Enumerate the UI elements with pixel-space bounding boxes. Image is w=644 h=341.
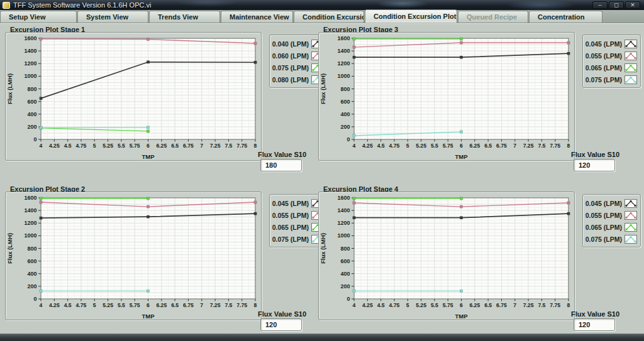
svg-text:5: 5 [406,302,409,308]
svg-text:200: 200 [27,124,36,130]
line-style-icon[interactable] [625,63,637,72]
flux-value-label: Flux Value S10 [258,310,306,318]
legend-item[interactable]: 0.065 (LPM) [586,221,637,233]
tab-maintenance-view[interactable]: Maintenance View [221,11,293,23]
svg-text:4.25: 4.25 [49,143,60,149]
svg-text:5.5: 5.5 [118,302,125,308]
svg-text:800: 800 [340,246,350,252]
svg-text:6.5: 6.5 [484,302,492,308]
data-marker [353,46,355,48]
y-axis-label: Flux (LMH) [6,233,13,264]
line-style-icon[interactable] [625,211,637,220]
data-marker [460,197,462,200]
data-marker [40,126,42,129]
legend-item[interactable]: 0.045 (LPM) [586,38,637,50]
tab-queued-recipe[interactable]: Queued Recipe [458,11,528,23]
line-style-icon[interactable] [625,75,637,84]
plot-frame: 44.254.54.7555.255.55.7566.256.56.7577.2… [5,32,262,161]
legend-label: 0.055 (LPM) [272,212,309,219]
plot-frame: 44.254.54.7555.255.55.7566.256.56.7577.2… [318,192,575,320]
legend-item[interactable]: 0.065 (LPM) [586,62,637,73]
line-style-icon[interactable] [625,235,637,244]
svg-text:1200: 1200 [24,220,36,226]
line-style-icon[interactable] [625,51,637,60]
excursion-panel-stage-3: Excursion Plot Stage 3 44.254.54.7555.25… [314,24,643,178]
legend-label: 0.080 (LPM) [272,76,309,84]
data-marker [460,290,462,292]
svg-text:400: 400 [27,111,36,117]
svg-text:5: 5 [406,143,409,149]
data-marker [567,212,570,215]
svg-text:0: 0 [33,136,36,143]
close-button[interactable]: ✕ [625,1,640,9]
flux-value-field[interactable]: 120 [260,318,302,331]
legend-item[interactable]: 0.055 (LPM) [586,50,637,62]
legend-label: 0.040 (LPM) [272,40,309,48]
restore-button[interactable]: ◻ [609,1,624,9]
svg-text:5.25: 5.25 [416,302,426,308]
tab-system-view[interactable]: System View [77,11,148,23]
svg-text:0: 0 [347,296,350,302]
svg-text:5.75: 5.75 [443,302,453,308]
svg-text:7: 7 [200,302,203,308]
svg-text:1000: 1000 [337,73,350,79]
data-marker [254,42,257,45]
legend-label: 0.075 (LPM) [272,235,309,243]
x-axis-label: TMP [455,153,468,160]
svg-text:6.75: 6.75 [183,302,194,308]
tab-concentration[interactable]: Concentration [529,11,602,23]
legend-item[interactable]: 0.055 (LPM) [586,209,637,221]
x-axis-label: TMP [142,153,155,160]
svg-text:5.75: 5.75 [130,143,140,149]
line-style-icon[interactable] [625,199,637,208]
legend-label: 0.065 (LPM) [586,224,622,231]
data-marker [40,97,42,99]
flux-value-field[interactable]: 180 [260,159,302,171]
svg-text:4.5: 4.5 [377,302,385,308]
svg-text:1000: 1000 [24,73,36,79]
svg-text:6.75: 6.75 [496,143,507,149]
line-style-icon[interactable] [625,40,637,48]
svg-text:4.75: 4.75 [389,302,400,308]
svg-text:8: 8 [254,143,257,149]
data-marker [460,38,462,40]
window-title: TFF System Software Version 6.1.6H OPC.v… [13,1,592,9]
svg-text:5.5: 5.5 [431,143,438,149]
svg-text:600: 600 [27,99,36,105]
svg-text:200: 200 [27,283,36,290]
data-marker [460,41,462,44]
tab-setup-view[interactable]: Setup View [0,11,77,23]
tab-trends-view[interactable]: Trends View [149,11,220,23]
legend-label: 0.065 (LPM) [272,224,309,231]
data-marker [353,290,355,292]
svg-text:6.25: 6.25 [469,143,480,149]
flux-value-field[interactable]: 120 [574,318,615,331]
legend-label: 0.075 (LPM) [586,235,622,243]
excursion-chart-stage-2: 44.254.54.7555.255.55.7566.256.56.7577.2… [6,192,261,320]
data-marker [353,202,355,204]
data-marker [40,201,42,203]
legend-label: 0.055 (LPM) [586,52,622,60]
svg-text:7.25: 7.25 [210,302,221,308]
series-line [41,127,148,128]
data-marker [353,134,355,137]
excursion-panel-stage-1: Excursion Plot Stage 1 44.254.54.7555.25… [1,24,330,178]
line-style-icon[interactable] [625,223,637,232]
svg-text:600: 600 [27,258,36,264]
tab-condition-excursion[interactable]: Condition Excursion [294,11,364,23]
svg-text:4.75: 4.75 [389,143,400,149]
legend-item[interactable]: 0.045 (LPM) [586,197,637,209]
svg-text:8: 8 [567,302,570,308]
minimize-button[interactable]: – [592,1,608,9]
svg-text:4: 4 [353,302,356,308]
tab-bar: Setup View System View Trends View Maint… [0,10,644,23]
svg-text:0: 0 [33,296,36,302]
legend-item[interactable]: 0.075 (LPM) [586,233,637,245]
data-marker [147,38,149,40]
flux-value-field[interactable]: 120 [574,159,615,171]
svg-text:4.5: 4.5 [64,143,72,149]
svg-text:7.75: 7.75 [236,143,247,149]
data-marker [40,217,42,219]
tab-condition-excursion-plots[interactable]: Condition Excursion Plots [365,9,457,23]
legend-item[interactable]: 0.075 (LPM) [586,73,637,85]
